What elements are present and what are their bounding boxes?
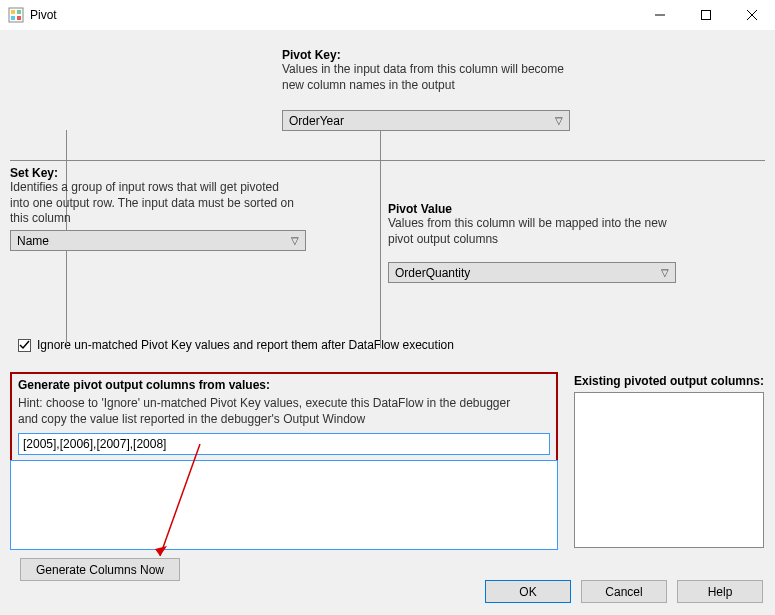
existing-columns-heading: Existing pivoted output columns: (574, 374, 764, 388)
pivot-value-desc: Values from this column will be mapped i… (388, 216, 708, 247)
chevron-down-icon: ▽ (291, 235, 299, 246)
set-key-heading: Set Key: (10, 166, 320, 180)
ignore-unmatched-checkbox[interactable] (18, 339, 31, 352)
pivot-value-heading: Pivot Value (388, 202, 708, 216)
help-button[interactable]: Help (677, 580, 763, 603)
minimize-button[interactable] (637, 0, 683, 30)
cancel-button[interactable]: Cancel (581, 580, 667, 603)
svg-rect-1 (11, 10, 15, 14)
chevron-down-icon: ▽ (555, 115, 563, 126)
generate-values-text: [2005],[2006],[2007],[2008] (23, 437, 166, 451)
set-key-desc: Identifies a group of input rows that wi… (10, 180, 320, 227)
window-title: Pivot (30, 8, 57, 22)
check-icon (19, 340, 30, 351)
generate-panel: Generate pivot output columns from value… (10, 372, 558, 463)
pivot-key-heading: Pivot Key: (282, 48, 564, 62)
maximize-button[interactable] (683, 0, 729, 30)
svg-rect-6 (702, 11, 711, 20)
set-key-value: Name (17, 234, 49, 248)
generate-columns-button[interactable]: Generate Columns Now (20, 558, 180, 581)
generate-hint: Hint: choose to 'Ignore' un-matched Pivo… (18, 396, 550, 427)
pivot-value-value: OrderQuantity (395, 266, 470, 280)
pivot-value-dropdown[interactable]: OrderQuantity ▽ (388, 262, 676, 283)
app-icon (8, 7, 24, 23)
set-key-dropdown[interactable]: Name ▽ (10, 230, 306, 251)
dialog-buttons: OK Cancel Help (485, 580, 763, 603)
config-grid: Pivot Key: Values in the input data from… (10, 30, 765, 320)
svg-rect-3 (11, 16, 15, 20)
close-button[interactable] (729, 0, 775, 30)
generate-values-input[interactable]: [2005],[2006],[2007],[2008] (18, 433, 550, 455)
svg-rect-4 (17, 16, 21, 20)
chevron-down-icon: ▽ (661, 267, 669, 278)
titlebar: Pivot (0, 0, 775, 30)
generate-heading: Generate pivot output columns from value… (18, 378, 550, 392)
existing-columns-list[interactable] (574, 392, 764, 548)
pivot-key-value: OrderYear (289, 114, 344, 128)
generate-output-textarea[interactable] (10, 460, 558, 550)
ignore-unmatched-label: Ignore un-matched Pivot Key values and r… (37, 338, 454, 352)
pivot-key-dropdown[interactable]: OrderYear ▽ (282, 110, 570, 131)
svg-rect-2 (17, 10, 21, 14)
pivot-key-desc: Values in the input data from this colum… (282, 62, 564, 93)
ok-button[interactable]: OK (485, 580, 571, 603)
